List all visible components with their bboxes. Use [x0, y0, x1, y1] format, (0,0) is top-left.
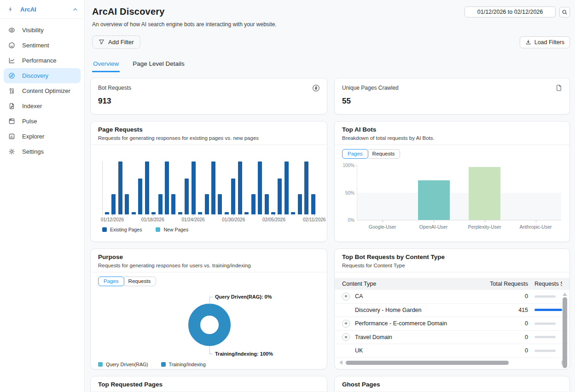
x-axis-label: 01/12/2026 [101, 217, 124, 222]
scrollbar-thumb[interactable] [563, 297, 567, 368]
table-row[interactable]: +Travel Domain0 [335, 331, 569, 345]
sidebar-item-discovery[interactable]: Discovery [4, 68, 81, 83]
sidebar-item-explorer[interactable]: Explorer [4, 129, 81, 144]
gear-icon [8, 148, 16, 155]
sidebar-item-content-optimizer[interactable]: Content Optimizer [4, 83, 81, 98]
table-row[interactable]: UK0 [335, 344, 569, 358]
content-type-label: Travel Domain [355, 334, 476, 340]
top-ai-bots-plot: 100% 50% 0% [357, 165, 561, 220]
x-tick [485, 220, 485, 222]
requests-share-bar [534, 323, 556, 325]
existing-pages-bar [111, 194, 116, 214]
existing-pages-bar [258, 161, 262, 214]
card-title: Ghost Pages [342, 381, 562, 388]
table-row[interactable]: +CA0 [335, 290, 569, 304]
existing-pages-bar [211, 161, 215, 214]
existing-pages-bar [265, 194, 269, 214]
total-requests-value: 0 [476, 347, 528, 354]
toggle-pages-button[interactable]: Pages [98, 277, 124, 286]
existing-pages-bar [285, 161, 289, 214]
legend-item[interactable]: Query Driven(RAG) [98, 362, 148, 367]
search-icon [562, 9, 568, 15]
card-title: Top Bot Requests by Content Type [342, 254, 562, 260]
content-type-label: UK [355, 347, 476, 354]
sidebar-item-pulse[interactable]: Pulse [4, 114, 81, 129]
sidebar-item-indexer[interactable]: Indexer [4, 98, 81, 114]
purpose-view-toggle: Pages Requests [98, 277, 156, 286]
x-tick [233, 214, 234, 216]
existing-pages-bar [125, 194, 129, 214]
legend-item[interactable]: Training/Indexing [161, 362, 206, 367]
card-subtitle: Requests for generating responses for us… [98, 263, 319, 268]
table-horizontal-scrollbar[interactable] [339, 360, 565, 365]
requests-share-cell [528, 295, 562, 298]
total-requests-value: 0 [476, 293, 528, 300]
scroll-up-arrow[interactable] [563, 293, 567, 296]
content-type-label: Performance - E-commerce Domain [355, 320, 476, 327]
y-tick [355, 165, 357, 166]
x-axis-label: 01/18/2026 [141, 217, 164, 222]
funnel-icon [99, 39, 105, 45]
chart-line-icon [8, 57, 16, 64]
tab-page-level-details[interactable]: Page Level Details [132, 60, 186, 72]
stat-value: 913 [98, 97, 319, 106]
x-tick [314, 214, 315, 216]
card-title: Top AI Bots [342, 126, 562, 133]
toggle-requests-button[interactable]: Requests [123, 277, 157, 286]
sidebar-brand-row: ArcAI [0, 0, 84, 19]
chevron-up-icon[interactable] [73, 7, 78, 12]
card-subtitle: Requests for Content Type [342, 263, 562, 268]
load-filters-button[interactable]: Load Filters [520, 36, 570, 48]
existing-pages-bar [278, 179, 282, 214]
page-requests-card: Page Requests Requests for generating re… [90, 121, 327, 242]
existing-pages-bar [138, 179, 142, 214]
table-row[interactable]: Discovery - Home Garden415 [335, 304, 569, 317]
sidebar-item-label: Indexer [16, 103, 42, 110]
callout-connector [209, 346, 213, 354]
tab-overview[interactable]: Overview [92, 60, 120, 72]
legend-item[interactable]: Existing Pages [102, 227, 142, 232]
x-axis-label: Anthropic-User [519, 224, 552, 230]
date-range-input[interactable] [465, 6, 556, 17]
download-icon [525, 39, 531, 45]
cards-grid: Bot Requests 913 Unique Pages Crawled 55… [90, 78, 570, 392]
card-title: Purpose [98, 254, 319, 260]
page-requests-xaxis: 01/12/202601/18/202601/24/202601/30/2026… [102, 214, 318, 223]
expand-row-button[interactable]: + [342, 293, 350, 300]
stat-value: 55 [342, 97, 562, 106]
table-vertical-scrollbar[interactable] [562, 293, 568, 369]
requests-share-cell [528, 323, 562, 325]
sidebar: ArcAI VisibilitySentimentPerformanceDisc… [0, 0, 85, 392]
x-tick [434, 220, 434, 222]
table-row[interactable]: +Performance - E-commerce Domain0 [335, 317, 569, 331]
sidebar-item-settings[interactable]: Settings [4, 144, 81, 159]
toggle-pages-button[interactable]: Pages [342, 149, 368, 159]
compass-icon [8, 72, 16, 79]
sidebar-item-visibility[interactable]: Visibility [4, 23, 81, 38]
ghost-pages-card: Ghost Pages [334, 376, 570, 392]
sidebar-item-label: Performance [16, 57, 56, 64]
brand-name: ArcAI [14, 6, 73, 13]
bot-bar-openai-user [418, 180, 450, 220]
page-header: ArcAI Discovery An overview of how AI se… [92, 6, 570, 28]
x-axis-label: 01/24/2026 [181, 217, 204, 222]
bot-bar-perplexity-user [469, 167, 500, 220]
sidebar-item-sentiment[interactable]: Sentiment [4, 38, 81, 53]
card-title: Page Requests [98, 126, 319, 133]
expand-row-button[interactable]: + [342, 333, 350, 341]
toggle-requests-button[interactable]: Requests [367, 149, 401, 159]
callout-connector [209, 297, 213, 305]
add-filter-button[interactable]: Add Filter [92, 35, 140, 49]
scroll-left-arrow[interactable] [339, 360, 343, 365]
page-requests-legend: Existing PagesNew Pages [102, 227, 327, 232]
bot-requests-card: Bot Requests 913 [90, 78, 327, 115]
legend-item[interactable]: New Pages [156, 227, 188, 232]
legend-swatch [156, 227, 160, 232]
search-button[interactable] [559, 7, 570, 17]
total-requests-value: 0 [476, 334, 528, 340]
sidebar-item-performance[interactable]: Performance [4, 53, 81, 68]
expand-row-button[interactable]: + [342, 320, 350, 328]
scrollbar-thumb[interactable] [346, 361, 509, 365]
x-axis-label: OpenAI-User [419, 224, 447, 230]
requests-share-bar [534, 295, 556, 298]
